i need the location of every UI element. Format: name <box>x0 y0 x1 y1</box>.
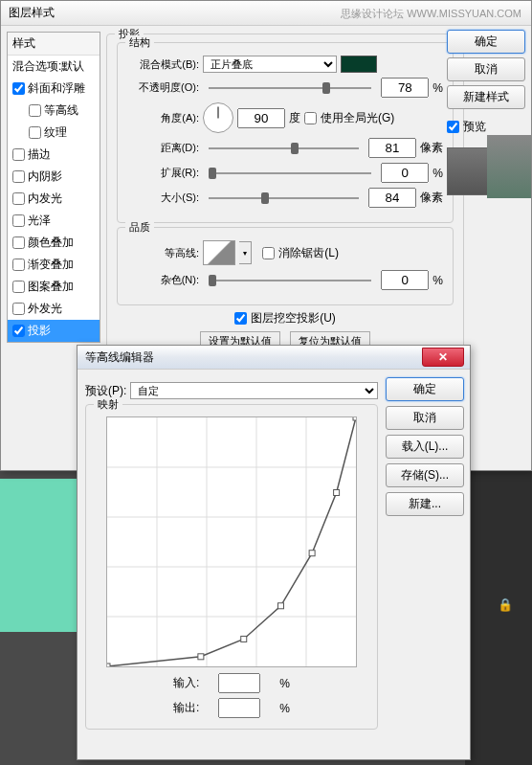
style-item-1[interactable]: 等高线 <box>8 100 100 122</box>
noise-input[interactable] <box>381 270 429 290</box>
style-checkbox[interactable] <box>12 148 25 161</box>
style-checkbox[interactable] <box>12 325 25 337</box>
preview-label: 预览 <box>463 119 486 135</box>
style-label: 斜面和浮雕 <box>28 80 85 97</box>
style-label: 纹理 <box>44 124 67 141</box>
style-item-6[interactable]: 光泽 <box>8 210 100 232</box>
contour-editor-window: 等高线编辑器 ✕ 预设(P): 自定 映射 输入: % 输出: % 确定 <box>77 345 471 760</box>
knockout-label: 图层挖空投影(U) <box>251 310 336 326</box>
blend-options-item[interactable]: 混合选项:默认 <box>8 56 100 78</box>
preview-canvas-strip <box>487 135 531 198</box>
contour-ok-button[interactable]: 确定 <box>386 377 464 401</box>
mapping-legend: 映射 <box>94 397 122 412</box>
angle-label: 角度(A): <box>127 111 199 125</box>
style-checkbox[interactable] <box>12 259 25 271</box>
style-checkbox[interactable] <box>12 236 25 249</box>
noise-slider[interactable] <box>209 272 371 289</box>
spread-input[interactable] <box>381 163 429 183</box>
style-item-4[interactable]: 内阴影 <box>8 166 100 188</box>
distance-slider[interactable] <box>209 140 359 157</box>
noise-label: 杂色(N): <box>127 273 199 287</box>
style-checkbox[interactable] <box>29 126 41 139</box>
contour-editor-titlebar[interactable]: 等高线编辑器 ✕ <box>78 346 470 370</box>
knockout-checkbox[interactable] <box>234 312 247 325</box>
style-checkbox[interactable] <box>12 281 25 293</box>
ok-button[interactable]: 确定 <box>447 30 525 54</box>
contour-thumbnail[interactable] <box>203 240 235 265</box>
antialias-label: 消除锯齿(L) <box>278 245 339 261</box>
preset-label: 预设(P): <box>85 383 126 399</box>
contour-label: 等高线: <box>127 246 199 260</box>
structure-legend: 结构 <box>125 35 154 50</box>
style-item-9[interactable]: 图案叠加 <box>8 276 100 298</box>
style-checkbox[interactable] <box>12 82 25 95</box>
distance-label: 距离(D): <box>127 141 199 155</box>
input-unit: % <box>279 677 290 690</box>
lock-icon: 🔒 <box>498 597 513 612</box>
style-checkbox[interactable] <box>29 104 41 117</box>
global-light-checkbox[interactable] <box>304 112 317 124</box>
svg-rect-13 <box>334 490 340 496</box>
cancel-button[interactable]: 取消 <box>447 57 525 81</box>
style-item-10[interactable]: 外发光 <box>8 298 100 320</box>
style-item-11[interactable]: 投影 <box>8 320 100 342</box>
curve-canvas[interactable] <box>106 416 357 667</box>
angle-dial[interactable] <box>203 102 233 133</box>
distance-unit: 像素 <box>420 140 443 156</box>
style-item-3[interactable]: 描边 <box>8 144 100 166</box>
layer-style-title: 图层样式 <box>9 6 55 19</box>
curve-input-field[interactable] <box>218 673 260 693</box>
blend-options-label: 混合选项:默认 <box>12 58 84 75</box>
style-label: 内发光 <box>28 191 62 207</box>
preview-checkbox[interactable] <box>447 121 459 133</box>
size-slider[interactable] <box>209 190 359 207</box>
distance-input[interactable] <box>368 138 416 158</box>
contour-load-button[interactable]: 载入(L)... <box>386 435 464 459</box>
opacity-label: 不透明度(O): <box>127 80 199 95</box>
style-item-8[interactable]: 渐变叠加 <box>8 254 100 276</box>
output-label: 输出: <box>173 700 199 716</box>
contour-save-button[interactable]: 存储(S)... <box>386 463 464 487</box>
opacity-unit: % <box>432 81 443 95</box>
style-label: 颜色叠加 <box>28 235 74 251</box>
opacity-slider[interactable] <box>209 79 371 97</box>
quality-legend: 品质 <box>125 220 154 235</box>
contour-new-button[interactable]: 新建... <box>386 492 464 516</box>
curve-output-field[interactable] <box>218 698 260 718</box>
style-checkbox[interactable] <box>12 170 25 183</box>
svg-rect-9 <box>198 654 204 660</box>
preset-select[interactable]: 自定 <box>130 382 378 399</box>
style-checkbox[interactable] <box>12 214 25 227</box>
styles-header[interactable]: 样式 <box>8 33 100 56</box>
drop-shadow-panel: 投影 结构 混合模式(B): 正片叠底 不透明度(O): % 角度(A): 度 … <box>106 30 464 366</box>
new-style-button[interactable]: 新建样式 <box>447 85 525 109</box>
opacity-input[interactable] <box>381 78 429 98</box>
style-label: 光泽 <box>28 213 51 229</box>
background-dark-panel <box>465 469 532 765</box>
spread-slider[interactable] <box>209 165 371 182</box>
input-label: 输入: <box>173 675 199 691</box>
style-item-7[interactable]: 颜色叠加 <box>8 232 100 254</box>
size-label: 大小(S): <box>127 191 199 205</box>
angle-input[interactable] <box>237 108 285 128</box>
close-icon[interactable]: ✕ <box>422 348 464 367</box>
global-light-label: 使用全局光(G) <box>321 110 394 126</box>
size-unit: 像素 <box>420 190 443 206</box>
size-input[interactable] <box>368 188 416 208</box>
style-label: 外发光 <box>28 301 62 317</box>
svg-rect-10 <box>241 636 247 641</box>
style-checkbox[interactable] <box>12 192 25 205</box>
blendmode-select[interactable]: 正片叠底 <box>203 56 337 73</box>
layer-style-titlebar[interactable]: 图层样式 思缘设计论坛 WWW.MISSYUAN.COM <box>1 1 531 26</box>
shadow-color-swatch[interactable] <box>341 56 377 73</box>
watermark-text: 思缘设计论坛 WWW.MISSYUAN.COM <box>341 7 521 21</box>
svg-rect-8 <box>107 664 110 666</box>
antialias-checkbox[interactable] <box>262 247 275 259</box>
style-label: 图案叠加 <box>28 279 74 295</box>
style-item-0[interactable]: 斜面和浮雕 <box>8 78 100 100</box>
style-checkbox[interactable] <box>12 303 25 315</box>
style-item-2[interactable]: 纹理 <box>8 122 100 144</box>
contour-cancel-button[interactable]: 取消 <box>386 406 464 430</box>
style-item-5[interactable]: 内发光 <box>8 188 100 210</box>
contour-dropdown[interactable]: ▾ <box>239 241 252 264</box>
